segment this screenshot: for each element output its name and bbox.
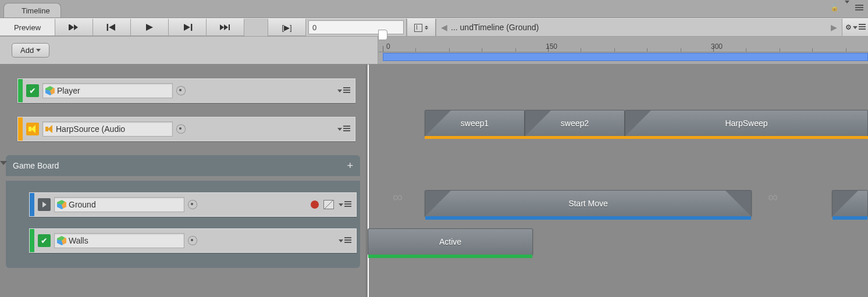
play-button[interactable]: [131, 19, 169, 36]
frame-input[interactable]: 0: [308, 20, 404, 34]
frame-value: 0: [312, 23, 316, 32]
gameobject-icon: [45, 86, 55, 95]
gameobject-icon: [57, 236, 66, 245]
track-color: [30, 229, 34, 252]
track-binding-field[interactable]: Walls: [54, 233, 184, 248]
track-row-player[interactable]: ✔ Player: [17, 78, 355, 103]
chevron-down-icon: [36, 49, 41, 52]
track-binding-field[interactable]: Player: [42, 83, 173, 98]
clip-label: Active: [439, 237, 461, 246]
clip-start-move[interactable]: Start Move: [425, 190, 752, 217]
tick-label: 300: [711, 42, 723, 51]
track-color: [30, 193, 34, 216]
avatar-icon[interactable]: [188, 200, 197, 209]
record-button[interactable]: [311, 201, 319, 209]
infinity-icon: ∞: [768, 189, 778, 205]
svg-marker-9: [220, 24, 224, 30]
track-group-header[interactable]: Game Board +: [6, 155, 360, 176]
clip-label: sweep2: [561, 119, 589, 128]
group-name: Game Board: [13, 161, 59, 170]
step-forward-button[interactable]: [169, 19, 207, 36]
rewind-start-button[interactable]: [55, 19, 93, 36]
track-name: Player: [57, 86, 80, 95]
track-active-toggle[interactable]: ✔: [26, 84, 39, 97]
playhead-marker[interactable]: [378, 30, 387, 40]
panel-menu-icon[interactable]: [855, 5, 863, 10]
timeline-tab[interactable]: Timeline: [3, 3, 61, 17]
chevron-right-icon: ▶: [831, 23, 837, 32]
track-binding-field[interactable]: Ground: [54, 197, 184, 212]
audio-underline: [425, 136, 868, 139]
track-color: [18, 79, 23, 102]
speaker-icon: [45, 125, 54, 133]
clip-sweep1[interactable]: sweep1: [425, 110, 525, 137]
play-range-button[interactable]: [▶]: [268, 19, 306, 36]
avatar-icon[interactable]: [176, 86, 186, 95]
lock-icon[interactable]: [830, 3, 839, 12]
step-back-button[interactable]: [93, 19, 131, 36]
dropdown-caret-icon[interactable]: [845, 3, 849, 12]
clip-label: HarpSweep: [725, 119, 767, 128]
group-add-button[interactable]: +: [347, 160, 353, 172]
settings-button[interactable]: ⚙: [842, 19, 868, 36]
clip-sweep2[interactable]: sweep2: [525, 110, 625, 137]
clip-label: sweep1: [461, 119, 489, 128]
svg-rect-4: [107, 24, 108, 31]
clip-mode-button[interactable]: [407, 19, 436, 36]
track-row-ground[interactable]: Ground: [29, 192, 357, 217]
svg-marker-10: [224, 24, 228, 30]
breadcrumb[interactable]: ◀ ... undTimeline (Ground) ▶: [436, 19, 842, 36]
track-menu-button[interactable]: [337, 126, 350, 133]
svg-rect-0: [69, 24, 70, 30]
ruler-ticks: 0 150 300: [378, 40, 868, 52]
track-row-harp[interactable]: HarpSource (Audio: [17, 117, 355, 141]
track-menu-button[interactable]: [339, 237, 351, 244]
track-active-toggle[interactable]: ✔: [38, 234, 51, 247]
preview-button[interactable]: Preview: [0, 19, 55, 36]
track-row-walls[interactable]: ✔ Walls: [29, 228, 357, 253]
tick-label: 150: [546, 42, 557, 51]
tick-label: 0: [386, 42, 390, 51]
window-titlebar: Timeline: [0, 0, 868, 18]
clip-label: Start Move: [568, 199, 608, 208]
avatar-icon[interactable]: [188, 236, 197, 245]
track-play-button[interactable]: [38, 198, 51, 211]
curves-button[interactable]: [323, 200, 334, 209]
svg-marker-5: [109, 24, 115, 31]
breadcrumb-label: ... undTimeline (Ground): [451, 23, 539, 32]
tab-title: Timeline: [22, 6, 50, 15]
playhead-line: [368, 65, 369, 297]
speaker-icon: [29, 125, 37, 133]
tracks-panel: ✔ Player HarpSource (Audio: [0, 65, 367, 297]
ruler[interactable]: 0 150 300: [378, 37, 868, 65]
chevron-left-icon: ◀: [441, 23, 447, 32]
frame-view-icon: [414, 24, 422, 32]
track-menu-button[interactable]: [339, 201, 351, 208]
clip-harpsweep[interactable]: HarpSweep: [625, 110, 868, 137]
track-name: HarpSource (Audio: [56, 124, 125, 134]
track-type-icon: [26, 123, 39, 135]
add-track-button[interactable]: Add: [12, 43, 49, 58]
forward-end-button[interactable]: [207, 19, 244, 36]
clip-trailing[interactable]: [832, 190, 868, 217]
secondary-row: Add 0 150 300: [0, 37, 868, 65]
clip-active[interactable]: Active: [368, 228, 533, 255]
svg-marker-6: [146, 24, 153, 31]
track-name: Ground: [69, 200, 96, 209]
gear-icon: ⚙: [845, 23, 852, 31]
foldout-icon[interactable]: [0, 161, 7, 165]
track-binding-field[interactable]: HarpSource (Audio: [42, 121, 173, 137]
preview-label: Preview: [14, 23, 41, 32]
play-icon: [42, 202, 47, 207]
track-menu-button[interactable]: [337, 87, 350, 94]
svg-rect-11: [229, 24, 230, 30]
track-group-body: Ground ✔ Walls: [6, 181, 360, 268]
svg-marker-7: [184, 24, 190, 31]
avatar-icon[interactable]: [176, 124, 186, 134]
clip-area[interactable]: sweep1 sweep2 HarpSweep ∞ Start Move ∞: [367, 65, 868, 297]
timeline-range-bar[interactable]: [383, 53, 868, 61]
svg-marker-2: [70, 24, 74, 30]
svg-marker-3: [74, 24, 78, 30]
track-color: [18, 117, 23, 141]
toolbar: Preview [▶] 0 ◀ ... u: [0, 18, 868, 37]
